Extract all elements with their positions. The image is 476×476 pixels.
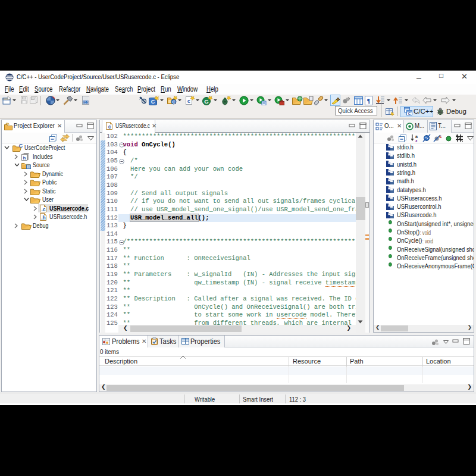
svg-text:c: c — [187, 99, 190, 105]
svg-text:s: s — [439, 134, 442, 139]
svg-text:C: C — [151, 99, 155, 105]
svg-text:c: c — [108, 124, 111, 130]
svg-text:z: z — [415, 139, 418, 143]
svg-text:C: C — [19, 143, 23, 149]
svg-text:.c: .c — [41, 206, 45, 212]
svg-text:010: 010 — [83, 101, 89, 104]
svg-text:a: a — [415, 134, 418, 139]
svg-text:C: C — [408, 112, 411, 115]
svg-text:G: G — [204, 98, 208, 105]
svg-text:C: C — [172, 100, 175, 104]
svg-text:.h: .h — [41, 215, 46, 221]
svg-text:¶: ¶ — [367, 97, 371, 104]
svg-text:h: h — [23, 155, 26, 161]
